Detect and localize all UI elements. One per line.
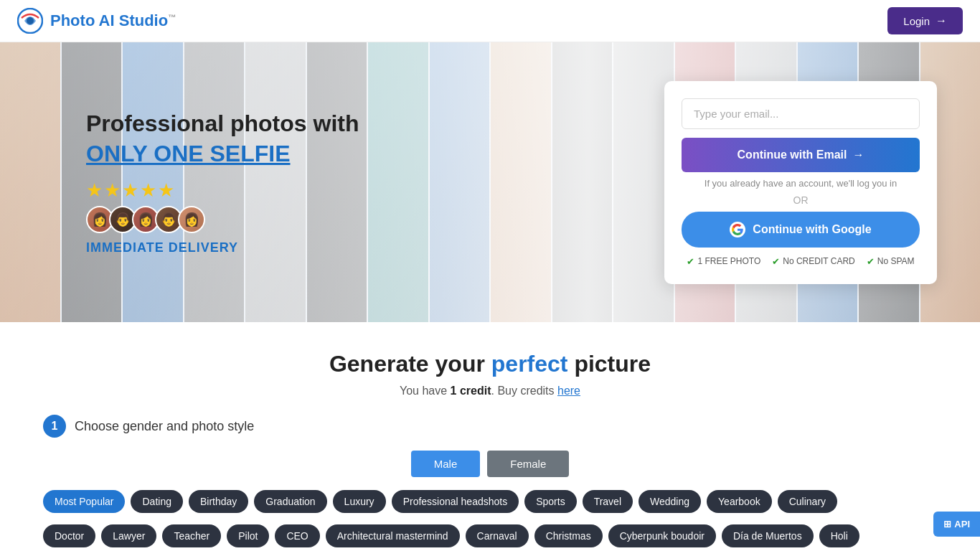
continue-email-arrow: → xyxy=(852,149,864,161)
trust-label: 1 FREE PHOTO xyxy=(697,256,760,266)
credits-suffix: . Buy credits xyxy=(491,385,557,397)
generate-title-suffix: picture xyxy=(567,351,651,377)
api-label: API xyxy=(954,519,970,529)
category-pill[interactable]: Most Popular xyxy=(43,490,125,513)
check-icon: ✔ xyxy=(772,256,780,267)
hero-title-highlight: ONLY ONE SELFIE xyxy=(86,141,291,166)
generate-title-prefix: Generate your xyxy=(329,351,491,377)
trust-no-credit: ✔ No CREDIT CARD xyxy=(772,256,854,267)
gender-male-button[interactable]: Male xyxy=(411,451,481,477)
check-icon: ✔ xyxy=(687,256,694,267)
logo-text: Photo AI Studio™ xyxy=(50,11,176,30)
category-pill[interactable]: Wedding xyxy=(639,490,701,513)
category-pill[interactable]: Architectural mastermind xyxy=(326,524,460,547)
category-pill[interactable]: Cyberpunk boudoir xyxy=(608,524,716,547)
category-pill[interactable]: Carnaval xyxy=(466,524,529,547)
hero-section: Professional photos with ONLY ONE SELFIE… xyxy=(0,42,980,322)
svg-point-1 xyxy=(27,17,34,24)
logo-area: Photo AI Studio™ xyxy=(17,8,176,34)
credits-value: 1 credit xyxy=(451,385,491,397)
category-pill[interactable]: Doctor xyxy=(43,524,95,547)
hero-content: Professional photos with ONLY ONE SELFIE… xyxy=(0,42,980,322)
hero-left: Professional photos with ONLY ONE SELFIE… xyxy=(86,109,359,255)
category-pill[interactable]: CEO xyxy=(275,524,319,547)
category-pill[interactable]: Luxury xyxy=(333,490,386,513)
generate-title-highlight: perfect xyxy=(491,351,568,377)
credits-prefix: You have xyxy=(400,385,451,397)
main-header: Photo AI Studio™ Login → xyxy=(0,0,980,42)
continue-google-button[interactable]: Continue with Google xyxy=(682,212,920,248)
continue-email-label: Continue with Email xyxy=(738,149,847,161)
step-1-label: Choose gender and photo style xyxy=(75,419,254,434)
email-input[interactable] xyxy=(682,98,920,129)
category-pill[interactable]: Travel xyxy=(583,490,633,513)
credits-text: You have 1 credit. Buy credits here xyxy=(43,385,937,397)
category-pill[interactable]: Holi xyxy=(819,524,859,547)
category-pill[interactable]: Professional headshots xyxy=(392,490,519,513)
category-pill[interactable]: Sports xyxy=(524,490,576,513)
signup-card: Continue with Email → If you already hav… xyxy=(664,81,937,284)
category-pill[interactable]: Dating xyxy=(131,490,182,513)
google-icon xyxy=(730,222,745,237)
trust-label: No CREDIT CARD xyxy=(783,256,854,266)
continue-email-button[interactable]: Continue with Email → xyxy=(682,138,920,172)
logo-icon xyxy=(17,8,43,34)
api-button[interactable]: ⊞ API xyxy=(933,512,980,537)
category-pill[interactable]: Birthday xyxy=(189,490,248,513)
category-pill[interactable]: Lawyer xyxy=(101,524,156,547)
trust-label: No SPAM xyxy=(877,256,915,266)
avatar: 👩 xyxy=(178,206,205,233)
signup-note: If you already have an account, we'll lo… xyxy=(682,178,920,189)
hero-title-line1: Professional photos with xyxy=(86,110,359,136)
category-pill[interactable]: Pilot xyxy=(227,524,269,547)
hero-avatars: 👩 👨 👩 👨 👩 xyxy=(86,206,359,233)
login-label: Login xyxy=(903,15,930,27)
category-pill[interactable]: Christmas xyxy=(534,524,603,547)
login-button[interactable]: Login → xyxy=(887,7,963,34)
step-1-badge: 1 xyxy=(43,415,66,438)
hero-stars: ★★★★★ xyxy=(86,179,359,202)
category-pill[interactable]: Día de Muertos xyxy=(722,524,814,547)
hero-delivery: IMMEDIATE DELIVERY xyxy=(86,240,359,255)
gender-female-button[interactable]: Female xyxy=(487,451,569,477)
step-1-row: 1 Choose gender and photo style xyxy=(43,415,937,438)
category-row-1: Most PopularDatingBirthdayGraduationLuxu… xyxy=(43,490,937,551)
google-btn-label: Continue with Google xyxy=(753,223,871,236)
generate-title: Generate your perfect picture xyxy=(43,351,937,377)
check-icon: ✔ xyxy=(867,256,875,267)
trust-no-spam: ✔ No SPAM xyxy=(867,256,915,267)
category-pill[interactable]: Teacher xyxy=(162,524,221,547)
category-pill[interactable]: Yearbook xyxy=(707,490,772,513)
api-icon: ⊞ xyxy=(943,519,951,529)
trust-badges: ✔ 1 FREE PHOTO ✔ No CREDIT CARD ✔ No SPA… xyxy=(682,256,920,267)
hero-title: Professional photos with ONLY ONE SELFIE xyxy=(86,109,359,169)
trust-free-photo: ✔ 1 FREE PHOTO xyxy=(687,256,760,267)
generate-section: Generate your perfect picture You have 1… xyxy=(0,322,980,551)
category-pill[interactable]: Graduation xyxy=(254,490,326,513)
or-divider: OR xyxy=(682,194,920,206)
credits-link[interactable]: here xyxy=(557,385,580,397)
category-pill[interactable]: Culinary xyxy=(778,490,837,513)
login-arrow: → xyxy=(936,14,947,27)
gender-row: Male Female xyxy=(43,451,937,477)
